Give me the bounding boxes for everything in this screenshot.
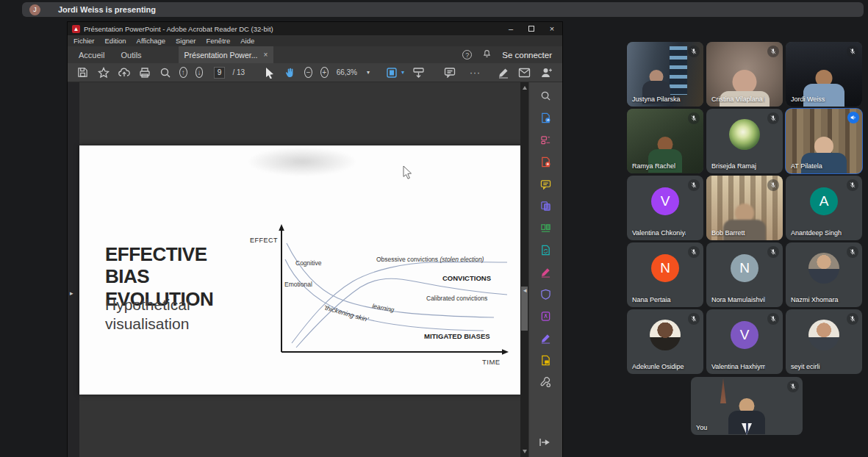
participant-tile[interactable]: Jordi Weiss: [786, 42, 862, 107]
star-icon[interactable]: [97, 66, 110, 79]
zoom-out-icon[interactable]: −: [304, 67, 312, 78]
mic-off-icon: [767, 112, 779, 124]
scroll-down-icon[interactable]: [523, 450, 527, 453]
participant-tile[interactable]: N Nora Mamulaishvili: [706, 242, 783, 307]
fill-sign-icon[interactable]: [539, 266, 552, 278]
page-number-input[interactable]: 9: [214, 67, 224, 79]
mic-off-icon: [767, 313, 779, 325]
search-tools-icon[interactable]: [539, 90, 552, 102]
participant-tile[interactable]: Nazmi Xhomara: [786, 242, 862, 307]
certificates-pen-icon[interactable]: [539, 332, 552, 345]
edit-pdf-icon[interactable]: [539, 134, 552, 146]
participant-initial-avatar: N: [731, 254, 758, 282]
collapse-pane-icon[interactable]: [539, 436, 550, 450]
participant-tile[interactable]: Brisejda Ramaj: [706, 109, 783, 173]
menu-fenetre[interactable]: Fenêtre: [207, 37, 231, 45]
menu-signer[interactable]: Signer: [176, 37, 196, 45]
menu-aide[interactable]: Aide: [240, 37, 254, 45]
rich-media-icon[interactable]: [539, 310, 552, 323]
tab-bar: Accueil Outils Présentation Power... × ?…: [68, 46, 562, 63]
more-tools-icon[interactable]: [539, 376, 552, 389]
expand-nav-pane-icon[interactable]: ▸: [70, 289, 73, 297]
comment-icon[interactable]: [443, 66, 456, 79]
cloud-upload-icon[interactable]: [118, 66, 130, 79]
self-view-tile[interactable]: You: [691, 377, 803, 435]
chart-label-mitigated-biases: MITIGATED BIASES: [424, 332, 490, 340]
menu-fichier[interactable]: Fichier: [73, 37, 95, 45]
participant-name: Cristina Vilaplana Prieto: [711, 96, 765, 103]
participant-tile[interactable]: seyit ecirli: [786, 309, 862, 374]
sign-pen-icon[interactable]: [497, 66, 509, 79]
create-pdf-icon[interactable]: [539, 156, 552, 168]
more-options-ellipsis[interactable]: ···: [470, 68, 481, 78]
menu-affichage[interactable]: Affichage: [137, 37, 165, 45]
minimize-button[interactable]: –: [501, 22, 521, 35]
page-count: / 13: [233, 68, 245, 76]
tab-accueil[interactable]: Accueil: [79, 51, 104, 60]
menu-edition[interactable]: Edition: [105, 37, 126, 45]
nav-pane-collapsed[interactable]: ▸: [68, 82, 79, 457]
tab-document[interactable]: Présentation Power... ×: [179, 46, 274, 63]
hand-tool-icon[interactable]: [284, 66, 296, 79]
zoom-level[interactable]: 66,3%: [337, 68, 357, 76]
page-display-icon[interactable]: [385, 66, 398, 79]
participant-name: seyit ecirli: [791, 363, 844, 370]
chart-ylabel: EFFECT: [250, 237, 278, 244]
participant-tile[interactable]: Justyna Pilarska: [627, 42, 703, 107]
mic-off-icon: [688, 179, 700, 191]
participant-tile[interactable]: Ramya Rachel: [627, 109, 703, 173]
participant-tile[interactable]: Bob Barrett: [706, 176, 783, 240]
notifications-bell-icon[interactable]: [482, 48, 492, 62]
request-signatures-icon[interactable]: [539, 354, 552, 367]
comment-tool-icon[interactable]: [539, 178, 552, 190]
zoom-in-icon[interactable]: +: [320, 67, 329, 78]
participant-tile[interactable]: Cristina Vilaplana Prieto: [706, 42, 783, 107]
page-display-caret-icon[interactable]: ▾: [401, 69, 404, 76]
participant-tile[interactable]: V Valentina Chkoniya: [627, 176, 703, 240]
save-icon[interactable]: [76, 66, 89, 79]
presenting-banner: J Jordi Weiss is presenting: [22, 2, 864, 17]
help-icon[interactable]: ?: [462, 50, 472, 60]
participant-tile[interactable]: V Valentina Haxhiymeri (X...: [706, 309, 783, 374]
speaker-on-icon: [847, 112, 859, 123]
zoom-caret-icon[interactable]: ▾: [367, 69, 370, 76]
acrobat-window: ▲ Présentation PowerPoint - Adobe Acroba…: [68, 22, 562, 457]
participant-name: Bob Barrett: [711, 229, 765, 237]
participant-name: Justyna Pilarska: [632, 96, 686, 103]
share-email-icon[interactable]: [518, 66, 531, 79]
participant-tile[interactable]: N Nana Pertaia: [627, 242, 703, 307]
account-icon[interactable]: [539, 66, 552, 79]
window-title: Présentation PowerPoint - Adobe Acrobat …: [84, 25, 273, 33]
tab-outils[interactable]: Outils: [121, 51, 141, 60]
find-icon[interactable]: [159, 66, 171, 79]
sign-in-link[interactable]: Se connecter: [502, 51, 552, 60]
mic-off-icon: [847, 313, 858, 325]
select-tool-icon[interactable]: [263, 66, 276, 79]
mic-off-icon: [688, 246, 700, 258]
participant-tile[interactable]: A Anantdeep Singh: [786, 176, 862, 240]
organize-pages-icon[interactable]: [539, 222, 552, 234]
mic-off-icon: [847, 246, 858, 258]
participant-name: Anantdeep Singh: [791, 229, 844, 237]
combine-files-icon[interactable]: [539, 200, 552, 212]
expand-tools-pane-icon[interactable]: ◂: [523, 287, 527, 294]
export-pdf-icon[interactable]: [539, 112, 552, 124]
participant-tile[interactable]: Adekunle Osidipe: [627, 309, 703, 374]
previous-page-icon[interactable]: ↑: [179, 67, 187, 78]
protect-icon[interactable]: [539, 288, 552, 301]
print-icon[interactable]: [138, 66, 151, 79]
vertical-scrollbar[interactable]: [520, 82, 528, 457]
tab-close-icon[interactable]: ×: [263, 51, 268, 59]
participant-tile-speaking[interactable]: AT Pilatela: [786, 109, 862, 173]
scan-ocr-icon[interactable]: [539, 244, 552, 256]
chart-label-cognitive: Cognitive: [295, 259, 322, 267]
maximize-button[interactable]: [521, 22, 542, 35]
participant-name: Jordi Weiss: [791, 96, 844, 103]
window-titlebar[interactable]: ▲ Présentation PowerPoint - Adobe Acroba…: [68, 22, 562, 35]
close-button[interactable]: ×: [542, 22, 562, 35]
mic-off-icon: [767, 179, 779, 191]
scroll-up-icon[interactable]: [523, 86, 527, 90]
next-page-icon[interactable]: ↓: [196, 67, 204, 78]
scroll-mode-icon[interactable]: [412, 66, 425, 79]
participant-name: Valentina Haxhiymeri (X...: [711, 363, 765, 370]
